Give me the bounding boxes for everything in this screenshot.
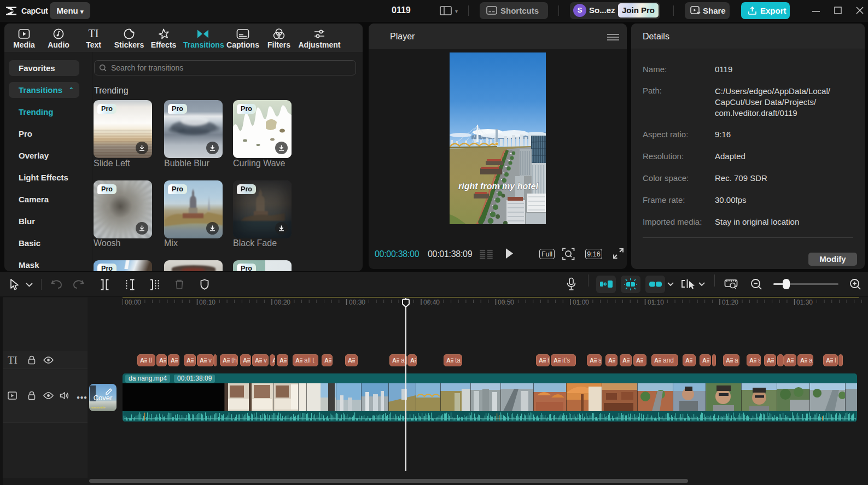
svg-text:A: A (726, 357, 730, 364)
svg-text:A: A (200, 357, 204, 364)
svg-text:A: A (392, 357, 397, 364)
svg-text:A: A (800, 357, 805, 364)
svg-text:A: A (539, 357, 543, 364)
svg-text:A: A (140, 357, 144, 364)
svg-text:A: A (554, 357, 558, 364)
svg-text:A: A (410, 357, 415, 364)
svg-text:A: A (223, 357, 227, 364)
svg-text:A: A (279, 357, 284, 364)
svg-text:A: A (622, 357, 627, 364)
svg-text:A: A (171, 357, 175, 364)
svg-text:A: A (272, 357, 275, 364)
svg-text:A: A (255, 357, 259, 364)
svg-text:A: A (159, 357, 164, 364)
svg-text:A: A (685, 357, 690, 364)
svg-text:A: A (826, 357, 830, 364)
svg-text:right from my hotel: right from my hotel (458, 182, 538, 191)
svg-text:A: A (446, 357, 451, 364)
svg-text:A: A (187, 357, 191, 364)
svg-text:A: A (636, 357, 640, 364)
svg-text:A: A (749, 357, 754, 364)
svg-text:A: A (767, 357, 771, 364)
svg-text:A: A (702, 357, 707, 364)
svg-text:A: A (608, 357, 613, 364)
svg-text:A: A (348, 357, 352, 364)
svg-text:A: A (590, 357, 594, 364)
svg-text:A: A (324, 357, 329, 364)
svg-text:TI: TI (89, 28, 99, 39)
svg-text:A: A (243, 357, 247, 364)
svg-text:A: A (295, 357, 300, 364)
svg-text:A: A (787, 357, 791, 364)
svg-text:A: A (654, 357, 659, 364)
